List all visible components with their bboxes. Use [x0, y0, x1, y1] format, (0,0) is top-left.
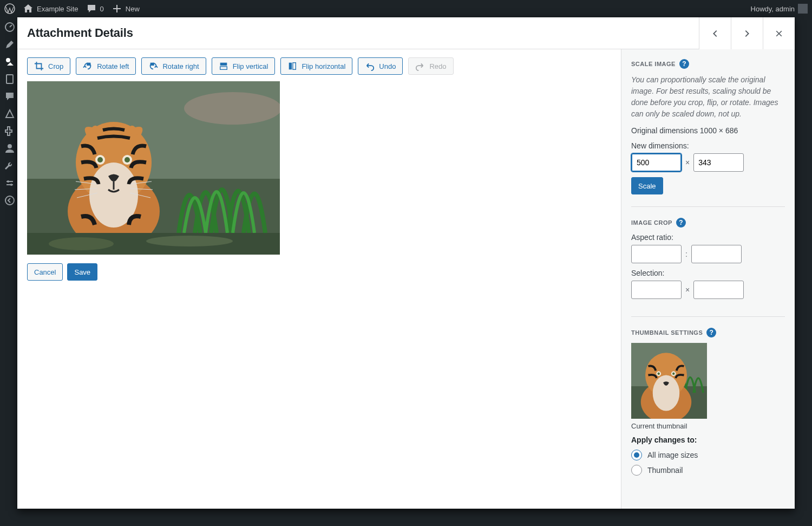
svg-point-16: [184, 92, 280, 125]
scale-title: SCALE IMAGE: [631, 61, 676, 67]
svg-rect-3: [6, 75, 13, 83]
close-button[interactable]: [763, 17, 795, 49]
media-icon[interactable]: [4, 56, 15, 67]
radio-thumb-label: Thumbnail: [647, 466, 683, 475]
plus-icon: [112, 3, 122, 14]
wordpress-icon: [4, 3, 15, 14]
help-icon[interactable]: ?: [676, 218, 686, 228]
dashboard-icon[interactable]: [4, 22, 15, 33]
new-link[interactable]: New: [112, 3, 140, 14]
next-button[interactable]: [731, 17, 763, 49]
chevron-right-icon: [742, 29, 752, 38]
comments-icon[interactable]: [4, 91, 15, 102]
svg-point-4: [8, 144, 12, 148]
undo-button[interactable]: Undo: [358, 57, 403, 75]
radio-icon: [631, 465, 642, 476]
posts-icon[interactable]: [4, 39, 15, 50]
svg-point-35: [672, 373, 675, 375]
svg-point-7: [5, 196, 14, 205]
comment-icon: [86, 3, 97, 14]
svg-point-26: [146, 236, 233, 246]
rotate-left-button[interactable]: Rotate left: [76, 57, 136, 75]
admin-bar: Example Site 0 New Howdy, admin: [0, 0, 812, 17]
radio-all-label: All image sizes: [647, 451, 698, 459]
svg-rect-11: [220, 67, 227, 69]
aspect-separator: :: [685, 250, 687, 258]
rotate-right-button[interactable]: Rotate right: [141, 57, 206, 75]
home-icon: [23, 3, 34, 14]
undo-label: Undo: [379, 62, 396, 70]
help-icon[interactable]: ?: [679, 59, 689, 69]
crop-section: IMAGE CROP ? Aspect ratio: : Selection: …: [631, 218, 785, 317]
modal-header: Attachment Details: [17, 17, 795, 49]
redo-icon: [415, 61, 425, 71]
flip-horizontal-icon: [287, 61, 297, 71]
collapse-icon[interactable]: [4, 195, 15, 206]
site-name: Example Site: [37, 5, 78, 13]
prev-button[interactable]: [699, 17, 731, 49]
aspect-height-input[interactable]: [691, 245, 742, 263]
svg-rect-12: [289, 63, 292, 70]
action-row: Cancel Save: [27, 263, 611, 281]
comments-link[interactable]: 0: [86, 3, 104, 14]
dim-separator: ×: [685, 158, 690, 167]
new-label: New: [126, 5, 140, 13]
howdy-text: Howdy, admin: [751, 5, 795, 13]
flip-horizontal-button[interactable]: Flip horizontal: [280, 57, 352, 75]
scale-help-text: You can proportionally scale the origina…: [631, 74, 785, 120]
original-dimensions: Original dimensions 1000 × 686: [631, 126, 785, 135]
svg-point-5: [7, 180, 9, 183]
help-icon[interactable]: ?: [706, 328, 716, 337]
svg-point-25: [49, 237, 114, 250]
admin-menu: [0, 17, 19, 526]
appearance-icon[interactable]: [4, 108, 15, 119]
wp-logo[interactable]: [4, 3, 15, 14]
scale-button-label: Scale: [638, 182, 656, 190]
rotate-right-icon: [148, 61, 158, 71]
close-icon: [775, 29, 783, 38]
main-panel: Crop Rotate left Rotate right Flip verti…: [17, 49, 621, 509]
svg-point-33: [658, 373, 660, 375]
settings-icon[interactable]: [4, 178, 15, 189]
thumbnail-section: THUMBNAIL SETTINGS ?: [631, 328, 785, 492]
svg-point-21: [97, 157, 103, 163]
save-label: Save: [74, 268, 90, 276]
radio-all-sizes[interactable]: All image sizes: [631, 450, 785, 460]
chevron-left-icon: [710, 29, 720, 38]
flip-vertical-icon: [219, 61, 228, 71]
radio-thumbnail[interactable]: Thumbnail: [631, 465, 785, 476]
selection-width-input[interactable]: [631, 281, 682, 299]
crop-label: Crop: [48, 62, 63, 70]
cancel-label: Cancel: [34, 268, 56, 276]
svg-rect-9: [150, 63, 154, 66]
plugins-icon[interactable]: [4, 126, 15, 137]
aspect-ratio-label: Aspect ratio:: [631, 233, 785, 242]
undo-icon: [365, 61, 375, 71]
selection-height-input[interactable]: [693, 281, 744, 299]
thumbnail-caption: Current thumbnail: [631, 422, 785, 430]
modal-title: Attachment Details: [27, 26, 133, 40]
aspect-width-input[interactable]: [631, 245, 682, 263]
pages-icon[interactable]: [4, 74, 15, 85]
flip-horizontal-label: Flip horizontal: [302, 62, 345, 70]
cancel-button[interactable]: Cancel: [27, 263, 63, 281]
users-icon[interactable]: [4, 143, 15, 154]
crop-button[interactable]: Crop: [27, 57, 70, 75]
avatar: [798, 4, 808, 14]
flip-vertical-button[interactable]: Flip vertical: [212, 57, 276, 75]
svg-point-6: [10, 184, 12, 186]
tools-icon[interactable]: [4, 160, 15, 171]
save-button[interactable]: Save: [67, 263, 97, 281]
scale-button[interactable]: Scale: [631, 177, 663, 194]
rotate-left-icon: [83, 61, 93, 71]
scale-width-input[interactable]: [631, 153, 682, 172]
crop-icon: [34, 61, 44, 71]
crop-title: IMAGE CROP: [631, 219, 672, 226]
scale-height-input[interactable]: [693, 153, 744, 172]
image-preview[interactable]: [27, 81, 280, 255]
comments-count: 0: [100, 5, 104, 13]
howdy[interactable]: Howdy, admin: [751, 4, 808, 14]
svg-rect-13: [293, 63, 296, 70]
site-link[interactable]: Example Site: [23, 3, 78, 14]
thumbnail-title: THUMBNAIL SETTINGS: [631, 329, 703, 336]
